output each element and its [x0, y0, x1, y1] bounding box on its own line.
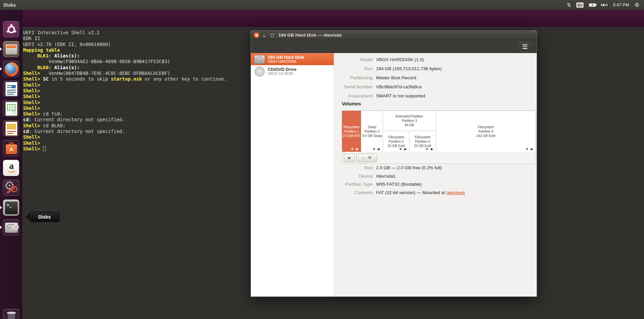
top-panel: Disks ⇅ En 9:47 PM ⚙ — [0, 0, 644, 10]
trash-icon — [3, 309, 19, 319]
hard-disk-icon — [254, 54, 265, 64]
unmount-button[interactable]: ■ — [344, 153, 355, 162]
minimize-button[interactable] — [261, 32, 267, 38]
detail-label: Partition Type — [335, 180, 373, 189]
battery-icon[interactable] — [589, 3, 596, 7]
running-indicator — [0, 47, 2, 51]
detail-value: VBOX HARDDISK (1.0) — [376, 55, 442, 64]
detail-value: 2.0 GB — 2.0 GB free (0.2% full) — [376, 164, 465, 172]
clock[interactable]: 9:47 PM — [613, 2, 629, 7]
ubuntu-logo-icon — [3, 21, 19, 37]
partition-4[interactable]: FilesystemPartition 4143 GB Ext4★ ▶ — [436, 111, 536, 152]
partition-flag-icons: ★ ▶ — [399, 147, 408, 151]
detail-value: FAT (32-bit version) — Mounted at /windo… — [376, 189, 465, 197]
keyboard-layout-indicator[interactable]: En — [576, 2, 584, 8]
detail-value: Master Boot Record — [376, 73, 442, 82]
running-indicator — [0, 226, 2, 229]
session-gear-icon[interactable]: ⚙ — [635, 2, 639, 8]
launcher-item-system-settings[interactable]: ⚙ — [3, 180, 19, 196]
tooltip-arrow — [25, 214, 29, 220]
drive-details: ModelVBOX HARDDISK (1.0)Size194 GB (193,… — [335, 55, 442, 100]
firefox-icon — [3, 61, 19, 77]
desktop-wallpaper — [22, 10, 644, 27]
volume-icon[interactable] — [601, 3, 607, 7]
partition-flag-icons: ★ ▶ — [351, 147, 359, 151]
launcher-item-terminal[interactable]: >_ — [3, 199, 19, 216]
terminal-cursor — [43, 146, 46, 151]
disks-window: 194 GB Hard Disk — /dev/sda 194 GB Hard … — [251, 30, 537, 297]
active-app-name: Disks — [3, 2, 16, 8]
launcher-item-amazon[interactable]: a — [3, 160, 19, 176]
partition-label: Extended PartitionPartition 340 GB — [396, 114, 423, 127]
launcher-item-libreoffice-impress[interactable] — [3, 120, 19, 136]
window-header — [251, 40, 537, 53]
detail-value: /dev/sda1 — [376, 172, 465, 181]
sidebar-item-title: CD/DVD Drive — [268, 67, 297, 72]
launcher-item-libreoffice-writer[interactable] — [3, 81, 19, 97]
partition-diagram: FilesystemPartition 12.0 GB FAT★ ▶SwapPa… — [342, 110, 536, 152]
maximize-button[interactable] — [269, 32, 275, 38]
amazon-icon: a — [3, 160, 19, 176]
launcher-item-files[interactable] — [3, 41, 19, 57]
detail-label: Partitioning — [335, 73, 373, 82]
terminal-icon: >_ — [3, 199, 19, 216]
partition-label: FilesystemPartition 620 GB Ext4 — [414, 135, 431, 148]
hamburger-menu-button[interactable] — [519, 42, 531, 52]
detail-value: W95 FAT32 (Bootable) — [376, 180, 465, 189]
running-indicator — [0, 206, 2, 209]
partition-6[interactable]: FilesystemPartition 620 GB Ext4★ ▶ — [410, 131, 436, 152]
window-sidebar: 194 GB Hard DiskVBOX HARDDISKCD/DVD Driv… — [251, 53, 334, 297]
partition-5[interactable]: FilesystemPartition 520 GB Ext4★ ▶ — [383, 131, 410, 152]
partition-3[interactable]: Extended PartitionPartition 340 GB — [383, 111, 436, 131]
partition-label: FilesystemPartition 4143 GB Ext4 — [476, 125, 495, 138]
detail-label: Assessment — [335, 91, 373, 100]
launcher-item-dash-home[interactable] — [3, 21, 19, 37]
partition-label: SwapPartition 29.0 GB Swap — [362, 125, 382, 138]
running-indicator — [0, 67, 2, 71]
partition-edit-button-group: −⚙ — [356, 153, 377, 162]
partition-2[interactable]: SwapPartition 29.0 GB Swap★ ▶ — [361, 111, 383, 152]
cd-disc-icon — [254, 66, 265, 76]
detail-label: Size — [335, 164, 373, 172]
sidebar-item-subtitle: VBOX HARDDISK — [268, 60, 304, 63]
launcher-item-firefox[interactable] — [3, 61, 19, 77]
detail-label: Serial Number — [335, 82, 373, 91]
launcher-item-libreoffice-calc[interactable] — [3, 100, 19, 117]
delete-partition-button[interactable]: − — [362, 156, 364, 160]
sidebar-item-subtitle: VBOX CD-ROM — [268, 72, 297, 76]
close-button[interactable] — [254, 32, 260, 38]
libreoffice-writer-icon — [3, 81, 19, 97]
libreoffice-calc-icon — [3, 100, 19, 117]
detail-value: SMART is not supported — [376, 91, 442, 100]
network-updown-icon[interactable]: ⇅ — [567, 2, 571, 8]
launcher-item-trash[interactable] — [3, 309, 19, 319]
software-bag-icon: A — [3, 140, 19, 156]
partition-1[interactable]: FilesystemPartition 12.0 GB FAT★ ▶ — [342, 111, 361, 152]
tooltip-label: Disks — [29, 212, 60, 222]
volume-toolbar: ■−⚙ — [342, 152, 536, 164]
partition-label: FilesystemPartition 520 GB Ext4 — [388, 135, 405, 148]
partition-flag-icons: ★ ▶ — [373, 147, 381, 151]
gear-wrench-icon: ⚙ — [3, 180, 19, 196]
sidebar-item-hard-disk[interactable]: 194 GB Hard DiskVBOX HARDDISK — [251, 53, 334, 65]
partition-label: FilesystemPartition 12.0 GB FAT — [343, 125, 360, 138]
launcher-item-disks[interactable] — [3, 219, 19, 235]
detail-label: Size — [335, 64, 373, 73]
launcher: A a ⚙ >_ — [0, 10, 22, 319]
detail-label: Device — [335, 172, 373, 181]
detail-label: Model — [335, 55, 373, 64]
window-titlebar[interactable]: 194 GB Hard Disk — /dev/sda — [251, 31, 537, 40]
launcher-item-ubuntu-software[interactable]: A — [3, 140, 19, 156]
partition-flag-icons: ★ ▶ — [526, 147, 534, 151]
mount-point-link[interactable]: /windows — [446, 190, 465, 195]
sidebar-item-cd-drive[interactable]: CD/DVD DriveVBOX CD-ROM — [251, 65, 334, 77]
disk-wrench-icon — [3, 219, 19, 235]
sidebar-item-title: 194 GB Hard Disk — [268, 55, 304, 60]
partition-options-button[interactable]: ⚙ — [368, 155, 371, 160]
detail-label: Contents — [335, 189, 373, 197]
partition-flag-icons: ★ ▶ — [425, 147, 434, 151]
libreoffice-impress-icon — [3, 120, 19, 136]
detail-value: VBc96dc97d-ca3fa9ca — [376, 82, 442, 91]
detail-value: 194 GB (193,713,012,736 bytes) — [376, 64, 442, 73]
volumes-heading: Volumes — [342, 101, 361, 106]
